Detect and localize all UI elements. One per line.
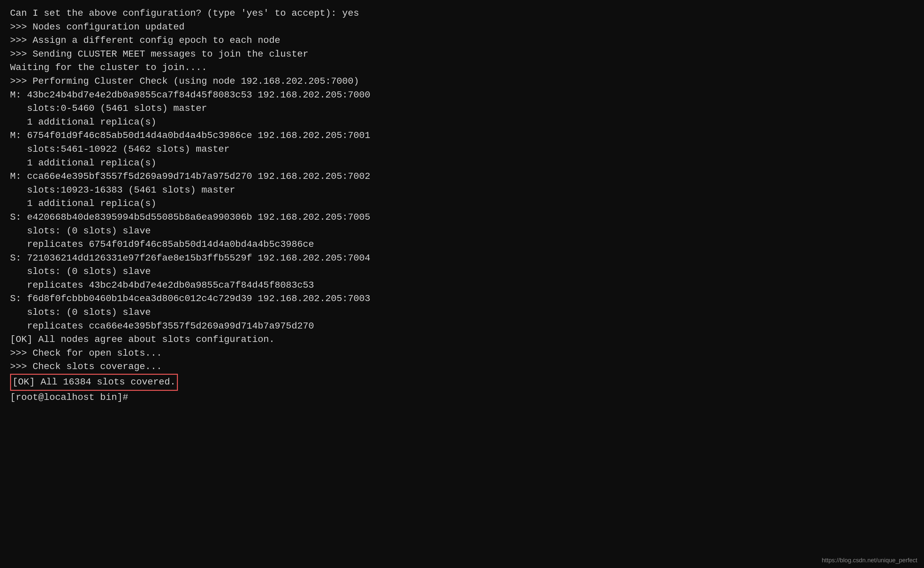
terminal-line: 1 additional replica(s) — [10, 116, 914, 129]
terminal-line: slots:0-5460 (5461 slots) master — [10, 102, 914, 116]
terminal-line: slots:10923-16383 (5461 slots) master — [10, 184, 914, 197]
terminal-line: >>> Check slots coverage... — [10, 360, 914, 374]
terminal-line: M: cca66e4e395bf3557f5d269a99d714b7a975d… — [10, 170, 914, 184]
terminal-line: >>> Performing Cluster Check (using node… — [10, 75, 914, 88]
footer-url: https://blog.csdn.net/unique_perfect — [822, 556, 917, 565]
terminal-line: Waiting for the cluster to join.... — [10, 61, 914, 75]
terminal-line: slots: (0 slots) slave — [10, 306, 914, 319]
terminal-line: replicates 6754f01d9f46c85ab50d14d4a0bd4… — [10, 238, 914, 252]
terminal-line: >>> Assign a different config epoch to e… — [10, 34, 914, 48]
terminal-line: >>> Check for open slots... — [10, 347, 914, 360]
terminal-line-highlighted: [OK] All 16384 slots covered. — [10, 374, 178, 391]
terminal-line: [root@localhost bin]# — [10, 391, 914, 405]
terminal-line: S: 721036214dd126331e97f26fae8e15b3ffb55… — [10, 252, 914, 265]
terminal-line: slots:5461-10922 (5462 slots) master — [10, 143, 914, 156]
terminal-line: >>> Nodes configuration updated — [10, 20, 914, 34]
terminal-line: [OK] All nodes agree about slots configu… — [10, 333, 914, 347]
terminal-line: slots: (0 slots) slave — [10, 224, 914, 238]
terminal-line: S: f6d8f0fcbbb0460b1b4cea3d806c012c4c729… — [10, 292, 914, 306]
terminal-line: replicates cca66e4e395bf3557f5d269a99d71… — [10, 319, 914, 333]
terminal-line: S: e420668b40de8395994b5d55085b8a6ea9903… — [10, 211, 914, 224]
terminal-line: 1 additional replica(s) — [10, 156, 914, 170]
terminal-output: Can I set the above configuration? (type… — [10, 7, 914, 404]
terminal-line: M: 43bc24b4bd7e4e2db0a9855ca7f84d45f8083… — [10, 88, 914, 102]
terminal-line: 1 additional replica(s) — [10, 197, 914, 211]
terminal-line: slots: (0 slots) slave — [10, 265, 914, 279]
terminal-line: replicates 43bc24b4bd7e4e2db0a9855ca7f84… — [10, 279, 914, 292]
terminal-line: Can I set the above configuration? (type… — [10, 7, 914, 20]
terminal-line: M: 6754f01d9f46c85ab50d14d4a0bd4a4b5c398… — [10, 129, 914, 143]
terminal-line: >>> Sending CLUSTER MEET messages to joi… — [10, 48, 914, 61]
